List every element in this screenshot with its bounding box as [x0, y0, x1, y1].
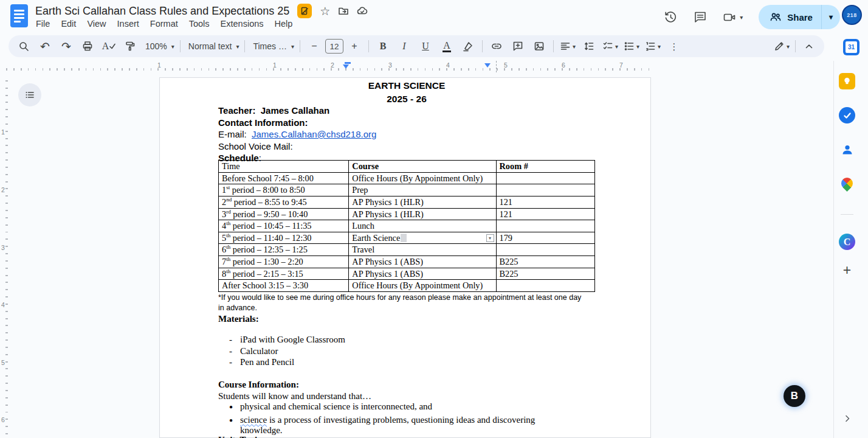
meet-dropdown-arrow-icon[interactable]: ▾ — [740, 14, 743, 21]
table-header-row[interactable]: TimeCourseRoom # — [219, 161, 594, 173]
google-docs-logo[interactable] — [10, 4, 28, 27]
share-button-label: Share — [787, 12, 813, 23]
cell-dropdown-button[interactable]: ▾ — [486, 234, 494, 242]
table-row[interactable]: 4th period – 10:45 – 11:35Lunch — [219, 220, 594, 232]
table-row[interactable]: 1st period – 8:00 to 8:50Prep — [219, 184, 594, 196]
table-row[interactable]: 8th period – 2:15 – 3:15AP Physics 1 (AB… — [219, 268, 594, 280]
ruler-number: 5 — [504, 61, 508, 69]
contacts-icon[interactable] — [839, 141, 855, 158]
table-row[interactable]: 6th period – 12:35 – 1:25Travel — [219, 244, 594, 256]
canva-icon[interactable]: C — [839, 234, 855, 250]
document-title[interactable]: Earth Sci Callahan Class Rules and Expec… — [35, 5, 289, 18]
comments-icon[interactable] — [694, 10, 707, 24]
highlight-color-icon[interactable] — [458, 38, 478, 55]
ruler-number: 1 — [273, 61, 277, 69]
main-toolbar: ↶ ↷ A 100%▾ Normal text▾ Times …▾ − 12 +… — [9, 35, 824, 57]
spell-check-icon[interactable]: A — [98, 38, 119, 55]
doc-heading: EARTH SCIENCE — [218, 80, 595, 91]
topbar-actions: ▾ Share ▾ — [664, 5, 840, 29]
version-history-icon[interactable] — [664, 10, 678, 24]
materials-label: Materials: — [218, 313, 595, 325]
office-hours-footnote: *If you would like to see me during offi… — [218, 293, 587, 313]
materials-list: -iPad with Google Classroom-Calculator-P… — [218, 334, 595, 368]
redo-icon[interactable]: ↷ — [56, 38, 77, 55]
menu-help[interactable]: Help — [269, 17, 298, 30]
join-meet-button[interactable]: ▾ — [723, 10, 743, 24]
paint-format-icon[interactable] — [120, 38, 140, 55]
email-line: E-mail: James.Callahan@chsd218.org — [218, 128, 595, 140]
add-comment-icon[interactable] — [508, 38, 528, 55]
italic-button[interactable]: I — [394, 38, 415, 55]
print-icon[interactable] — [77, 38, 98, 55]
star-icon[interactable]: ☆ — [320, 5, 330, 17]
text-color-button[interactable]: A — [436, 38, 457, 55]
course-bullet-list: ●physical and chemical science is interc… — [218, 401, 595, 438]
insert-link-icon[interactable] — [486, 38, 507, 55]
menu-insert[interactable]: Insert — [112, 17, 145, 30]
right-indent-marker[interactable] — [484, 63, 491, 68]
table-row[interactable]: Before School 7:45 – 8:00Office Hours (B… — [219, 173, 594, 185]
keep-icon[interactable] — [839, 73, 855, 89]
indent-marker[interactable] — [345, 62, 351, 64]
share-dropdown-arrow-icon[interactable]: ▾ — [822, 13, 840, 21]
table-row[interactable]: 2nd period – 8:55 to 9:45AP Physics 1 (H… — [219, 196, 594, 209]
decrease-font-size-button[interactable]: − — [304, 38, 325, 55]
move-folder-icon[interactable] — [338, 5, 349, 16]
course-bullet-item: ●science is a process of investigating p… — [218, 415, 568, 436]
account-avatar[interactable]: 218 — [842, 5, 862, 25]
menu-edit[interactable]: Edit — [55, 17, 81, 30]
menu-format[interactable]: Format — [145, 17, 184, 30]
align-select[interactable]: ▾ — [557, 38, 578, 55]
menu-view[interactable]: View — [81, 17, 111, 30]
brisk-extension-badge-icon[interactable] — [297, 4, 312, 18]
left-indent-marker[interactable] — [343, 64, 349, 69]
table-row[interactable]: 3rd period – 9:50 – 10:40AP Physics 1 (H… — [219, 209, 594, 221]
contact-line: Contact Information: — [218, 117, 595, 128]
insert-image-icon[interactable] — [529, 38, 549, 55]
underline-button[interactable]: U — [415, 38, 436, 55]
selection-highlight — [401, 234, 407, 242]
table-row[interactable]: 5th period – 11:40 – 12:30Earth Science▾… — [219, 232, 594, 245]
menu-tools[interactable]: Tools — [184, 17, 215, 30]
document-page[interactable]: EARTH SCIENCE 2025 - 26 Teacher: James C… — [159, 77, 651, 438]
cloud-status-icon[interactable] — [357, 5, 368, 16]
table-column-guide — [496, 61, 497, 72]
more-options-icon[interactable]: ⋮ — [664, 38, 684, 55]
teacher-line: Teacher: James Callahan — [218, 105, 595, 116]
increase-font-size-button[interactable]: + — [344, 38, 365, 55]
share-button[interactable]: Share ▾ — [759, 5, 840, 29]
paragraph-style-select[interactable]: Normal text▾ — [184, 38, 241, 55]
voicemail-line: School Voice Mail: — [218, 141, 595, 152]
font-size-input[interactable]: 12 — [325, 39, 343, 54]
zoom-select[interactable]: 100%▾ — [141, 38, 176, 55]
bulleted-list-select[interactable]: ▾ — [621, 38, 642, 55]
calendar-icon[interactable]: 31 — [843, 39, 859, 55]
add-panel-app-icon[interactable]: + — [839, 262, 855, 279]
show-document-outline-button[interactable] — [18, 83, 41, 106]
materials-item: -Calculator — [218, 346, 595, 357]
maps-icon[interactable] — [839, 175, 855, 192]
font-family-select[interactable]: Times …▾ — [249, 38, 296, 55]
table-row[interactable]: 7th period – 1:30 – 2:20AP Physics 1 (AB… — [219, 256, 594, 268]
table-row[interactable]: After School 3:15 – 3:30Office Hours (By… — [219, 280, 594, 292]
ruler-number: 4 — [446, 61, 450, 69]
numbered-list-select[interactable]: ▾ — [642, 38, 663, 55]
editing-mode-select[interactable]: ▾ — [771, 38, 792, 55]
undo-icon[interactable]: ↶ — [35, 38, 55, 55]
checklist-select[interactable]: ▾ — [600, 38, 621, 55]
bold-button[interactable]: B — [373, 38, 393, 55]
materials-item: -Pen and Pencil — [218, 356, 595, 368]
ruler-number: 1 — [157, 61, 161, 69]
tasks-icon[interactable] — [839, 107, 855, 123]
menu-file[interactable]: File — [30, 17, 55, 30]
ruler-number: 7 — [619, 61, 623, 69]
menu-extensions[interactable]: Extensions — [215, 17, 269, 30]
line-spacing-icon[interactable] — [579, 38, 599, 55]
schedule-table[interactable]: TimeCourseRoom #Before School 7:45 – 8:0… — [218, 160, 595, 292]
course-bullet-item: ●physical and chemical science is interc… — [218, 401, 568, 412]
brisk-extension-button[interactable]: B — [784, 385, 805, 407]
collapse-panel-icon[interactable] — [839, 410, 855, 426]
hide-menus-icon[interactable] — [799, 38, 819, 55]
email-link[interactable]: James.Callahan@chsd218.org — [252, 129, 376, 139]
search-menus-icon[interactable] — [13, 38, 34, 55]
